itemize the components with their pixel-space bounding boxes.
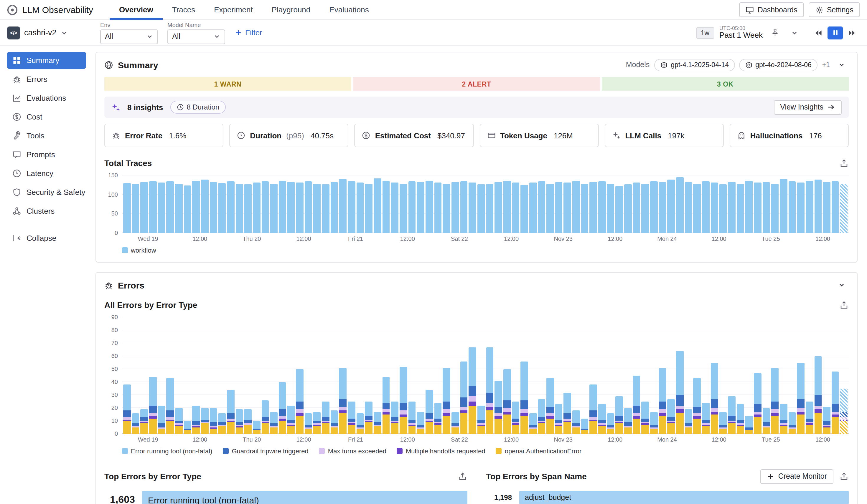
chart-bar[interactable] <box>814 356 822 434</box>
export-button[interactable] <box>839 472 849 481</box>
chart-bar[interactable] <box>192 180 200 233</box>
chart-bar[interactable] <box>123 385 130 434</box>
chart-bar[interactable] <box>797 363 804 434</box>
chart-bar[interactable] <box>797 183 804 233</box>
chart-bar[interactable] <box>365 183 373 233</box>
chart-bar[interactable] <box>305 181 312 233</box>
chart-bar[interactable] <box>184 185 191 233</box>
view-insights-button[interactable]: View Insights <box>773 100 842 114</box>
top-error-row[interactable]: 1,198adjust_budget <box>486 491 849 504</box>
metric-card-error-rate[interactable]: Error Rate1.6% <box>104 124 223 147</box>
chart-bar[interactable] <box>382 377 389 434</box>
project-selector[interactable]: </> cashri-v2 <box>7 26 91 39</box>
chart-bar[interactable] <box>244 409 251 434</box>
chart-bar[interactable] <box>426 390 433 434</box>
chart-bar[interactable] <box>348 181 355 233</box>
chart-bar[interactable] <box>235 184 243 233</box>
chart-bar[interactable] <box>728 182 735 233</box>
model-pill-gpt-4o-2024-08-06[interactable]: gpt-4o-2024-08-06 <box>739 58 817 71</box>
chart-bar[interactable] <box>374 178 381 233</box>
chart-bar[interactable] <box>434 183 441 233</box>
fast-forward-button[interactable] <box>845 26 860 39</box>
sidebar-item-security-safety[interactable]: Security & Safety <box>7 184 86 201</box>
chart-bar[interactable] <box>261 182 269 233</box>
chart-bar[interactable] <box>184 421 191 434</box>
top-error-row[interactable]: 1,603Error running tool (non-fatal) <box>104 491 467 504</box>
chart-bar[interactable] <box>590 182 597 233</box>
chart-bar[interactable] <box>287 405 295 434</box>
legend-item-openai-authenticationerror[interactable]: openai.AuthenticationError <box>496 448 582 454</box>
pin-button[interactable] <box>768 26 782 39</box>
chart-bar[interactable] <box>167 378 174 434</box>
sidebar-item-evaluations[interactable]: Evaluations <box>7 89 86 107</box>
model-pill-gpt-4-1-2025-04-14[interactable]: gpt-4.1-2025-04-14 <box>654 58 735 71</box>
chart-bar[interactable] <box>322 184 329 233</box>
chart-bar[interactable] <box>685 409 692 434</box>
chart-bar[interactable] <box>322 402 329 434</box>
chart-bar[interactable] <box>132 413 139 434</box>
chart-bar[interactable] <box>546 183 554 233</box>
sidebar-item-latency[interactable]: Latency <box>7 165 86 182</box>
chart-bar[interactable] <box>391 402 398 434</box>
chart-bar[interactable] <box>840 184 847 233</box>
chart-bar[interactable] <box>572 411 580 434</box>
chart-bar[interactable] <box>693 183 701 233</box>
chart-bar[interactable] <box>451 412 459 434</box>
tab-playground[interactable]: Playground <box>262 0 320 20</box>
legend-item-workflow[interactable]: workflow <box>122 247 156 254</box>
tab-evaluations[interactable]: Evaluations <box>320 0 378 20</box>
model-name-select[interactable]: All <box>168 29 225 44</box>
chart-bar[interactable] <box>339 368 346 434</box>
chart-bar[interactable] <box>642 402 649 434</box>
chart-bar[interactable] <box>167 182 174 233</box>
chart-bar[interactable] <box>676 351 683 434</box>
chart-bar[interactable] <box>348 402 355 434</box>
chart-bar[interactable] <box>494 381 502 434</box>
chart-bar[interactable] <box>158 405 165 434</box>
chart-bar[interactable] <box>356 413 364 434</box>
chart-bar[interactable] <box>728 396 735 434</box>
chart-bar[interactable] <box>235 409 243 434</box>
legend-item-error-running-tool-non-fatal[interactable]: Error running tool (non-fatal) <box>122 448 212 454</box>
export-button[interactable] <box>458 472 467 481</box>
chart-bar[interactable] <box>823 407 830 434</box>
chart-bar[interactable] <box>210 408 217 434</box>
time-range-picker[interactable]: UTC-05:00 Past 1 Week <box>719 25 763 40</box>
chart-bar[interactable] <box>331 182 338 233</box>
chart-bar[interactable] <box>253 421 260 434</box>
metric-card-duration[interactable]: Duration(p95)40.75s <box>229 124 348 147</box>
chart-bar[interactable] <box>771 368 778 434</box>
chart-bar[interactable] <box>564 183 571 233</box>
chart-bar[interactable] <box>279 382 286 434</box>
chart-bar[interactable] <box>788 412 796 434</box>
sidebar-item-tools[interactable]: Tools <box>7 127 86 144</box>
chart-bar[interactable] <box>313 412 321 434</box>
chart-bar[interactable] <box>598 181 606 233</box>
chart-bar[interactable] <box>616 186 623 233</box>
chart-bar[interactable] <box>399 366 407 434</box>
tab-traces[interactable]: Traces <box>163 0 205 20</box>
chart-bar[interactable] <box>762 408 770 434</box>
chart-bar[interactable] <box>486 347 493 434</box>
chart-bar[interactable] <box>667 399 675 434</box>
chart-bar[interactable] <box>227 182 234 233</box>
errors-collapse-button[interactable] <box>835 278 849 292</box>
chart-bar[interactable] <box>512 402 519 434</box>
chart-bar[interactable] <box>149 377 157 434</box>
chart-bar[interactable] <box>650 181 657 233</box>
chart-bar[interactable] <box>693 378 701 434</box>
chart-bar[interactable] <box>616 396 623 434</box>
chart-bar[interactable] <box>529 413 537 434</box>
export-button[interactable] <box>839 300 849 310</box>
chart-bar[interactable] <box>296 369 303 434</box>
chart-bar[interactable] <box>745 180 753 233</box>
chart-bar[interactable] <box>460 362 468 434</box>
chart-bar[interactable] <box>546 378 554 434</box>
chart-bar[interactable] <box>192 405 200 434</box>
chart-bar[interactable] <box>667 179 675 233</box>
chart-bar[interactable] <box>158 183 165 233</box>
chart-bar[interactable] <box>832 372 839 434</box>
sidebar-item-clusters[interactable]: Clusters <box>7 202 86 220</box>
chart-bar[interactable] <box>132 184 139 233</box>
chart-bar[interactable] <box>659 182 666 233</box>
